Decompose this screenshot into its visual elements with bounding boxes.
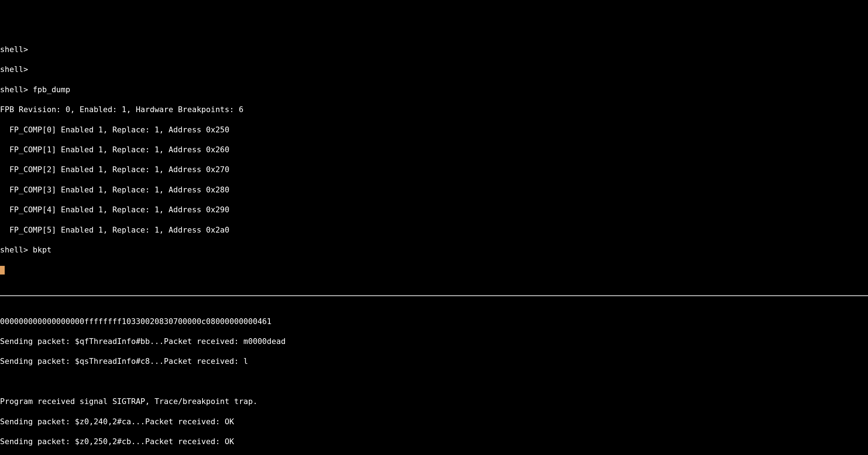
packet-z0-250: Sending packet: $z0,250,2#cb...Packet re… [0, 437, 868, 447]
fp-comp-1: FP_COMP[1] Enabled 1, Replace: 1, Addres… [0, 145, 868, 155]
top-terminal-pane[interactable]: shell> shell> shell> fpb_dump FPB Revisi… [0, 40, 868, 285]
blank-line [0, 377, 868, 387]
fp-comp-3: FP_COMP[3] Enabled 1, Replace: 1, Addres… [0, 185, 868, 195]
packet-qsthreadinfo: Sending packet: $qsThreadInfo#c8...Packe… [0, 356, 868, 366]
block-cursor-icon [0, 266, 5, 275]
shell-command-bkpt: shell> bkpt [0, 245, 868, 255]
packet-qfthreadinfo: Sending packet: $qfThreadInfo#bb...Packe… [0, 336, 868, 346]
packet-z0-240: Sending packet: $z0,240,2#ca...Packet re… [0, 417, 868, 427]
hex-dump-line: 000000000000000000ffffffff10330020830700… [0, 316, 868, 327]
pane-divider[interactable] [0, 295, 868, 296]
bottom-terminal-pane[interactable]: 000000000000000000ffffffff10330020830700… [0, 306, 868, 455]
sigtrap-message: Program received signal SIGTRAP, Trace/b… [0, 396, 868, 407]
fp-comp-4: FP_COMP[4] Enabled 1, Replace: 1, Addres… [0, 205, 868, 215]
fp-comp-5: FP_COMP[5] Enabled 1, Replace: 1, Addres… [0, 225, 868, 235]
fp-comp-2: FP_COMP[2] Enabled 1, Replace: 1, Addres… [0, 165, 868, 175]
fp-comp-0: FP_COMP[0] Enabled 1, Replace: 1, Addres… [0, 125, 868, 135]
shell-prompt-empty: shell> [0, 64, 868, 75]
shell-command-fpb-dump: shell> fpb_dump [0, 85, 868, 95]
shell-prompt-truncated: shell> [0, 44, 868, 55]
top-cursor-line [0, 265, 868, 275]
fpb-header: FPB Revision: 0, Enabled: 1, Hardware Br… [0, 105, 868, 115]
